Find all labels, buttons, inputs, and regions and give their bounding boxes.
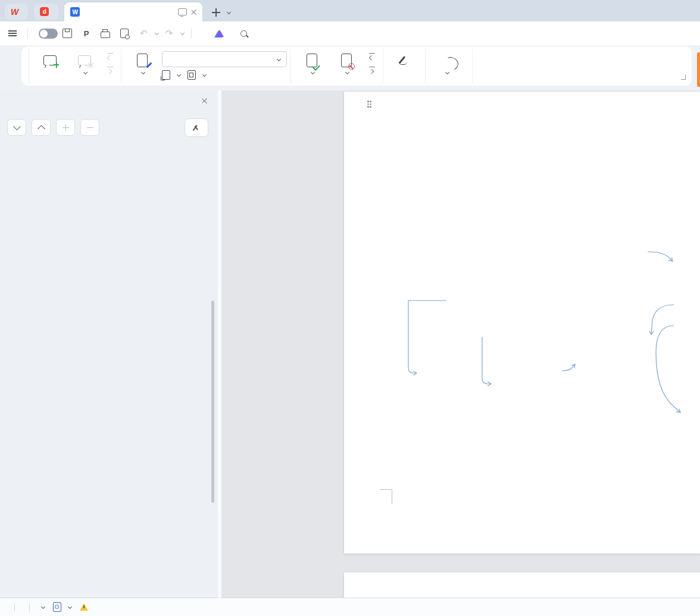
print-preview-icon — [120, 29, 129, 38]
chevron-down-icon — [13, 123, 21, 130]
docer-logo-icon: d — [40, 7, 49, 16]
toc-toolbar — [0, 113, 218, 142]
undo-button[interactable]: ↶ — [136, 26, 151, 40]
delete-comment-button[interactable] — [67, 50, 102, 76]
warning-icon — [80, 604, 88, 611]
pen-icon — [399, 55, 410, 65]
prev-change-icon — [369, 55, 374, 60]
accept-check-icon — [307, 54, 317, 67]
caret-icon — [83, 70, 88, 75]
reject-button[interactable] — [329, 50, 364, 76]
tab-document[interactable]: W — [64, 2, 202, 21]
caret-icon — [141, 70, 146, 75]
toolbar-more-caret-icon[interactable] — [180, 31, 185, 36]
menu-bar: P ↶ ↷ — [0, 21, 700, 45]
margin-corner-mark — [380, 489, 392, 504]
close-sidebar-icon[interactable] — [201, 98, 207, 104]
ai-proofread-status[interactable] — [53, 602, 73, 612]
new-tab-button[interactable] — [212, 8, 220, 17]
brush-button[interactable] — [387, 50, 421, 71]
tab-wps-office[interactable]: W — [5, 4, 28, 20]
prev-comment-icon — [107, 55, 112, 60]
print-button[interactable] — [98, 26, 113, 40]
show-markup-icon — [162, 70, 170, 80]
translate-button[interactable] — [429, 50, 464, 76]
wps-ai-button[interactable] — [215, 30, 227, 37]
spell-check-status[interactable] — [37, 605, 46, 609]
print-preview-button[interactable] — [117, 26, 132, 40]
collapse-all-button[interactable] — [7, 119, 26, 136]
er-connectors — [381, 218, 700, 461]
document-page[interactable] — [344, 92, 700, 554]
redo-button[interactable]: ↷ — [161, 26, 177, 40]
insert-comment-button[interactable] — [33, 50, 67, 71]
navigation-sidebar — [0, 90, 221, 598]
sidebar-scrollbar[interactable] — [211, 301, 214, 503]
caret-icon — [345, 70, 350, 75]
tab-docer-templates[interactable]: d — [34, 4, 58, 20]
word-doc-icon: W — [70, 7, 80, 17]
next-change-icon — [369, 68, 374, 73]
divider — [29, 604, 30, 611]
side-panel-indicator[interactable] — [697, 52, 700, 87]
tab-list-caret-icon[interactable] — [227, 10, 232, 15]
ribbon — [0, 45, 700, 90]
autosave-toggle[interactable] — [39, 29, 58, 39]
wps-logo-icon: W — [11, 7, 18, 17]
caret-icon — [202, 73, 207, 77]
ribbon-panel — [21, 46, 692, 86]
status-bar — [0, 598, 700, 616]
missing-font-warning[interactable] — [80, 604, 90, 611]
previous-change-button[interactable] — [365, 52, 378, 62]
hamburger-icon[interactable] — [8, 30, 17, 36]
previous-comment-button[interactable] — [103, 52, 116, 62]
comment-plus-icon — [43, 55, 57, 65]
title-bar: W d W — [0, 0, 700, 21]
comment-nav — [103, 52, 116, 76]
caret-icon — [177, 73, 182, 77]
export-pdf-button[interactable]: P — [79, 26, 94, 40]
next-comment-button[interactable] — [103, 65, 116, 76]
show-markup-button[interactable] — [162, 70, 182, 80]
drag-handle-icon[interactable] — [367, 101, 372, 109]
caret-icon — [277, 57, 282, 62]
ribbon-group-tracking — [121, 49, 291, 83]
plus-icon — [62, 124, 69, 131]
divider — [191, 29, 192, 38]
caret-icon — [311, 70, 315, 75]
track-changes-button[interactable] — [125, 50, 160, 76]
monitor-icon[interactable] — [178, 8, 187, 15]
divider — [14, 604, 15, 611]
ai-toc-icon — [191, 124, 199, 132]
next-change-button[interactable] — [365, 65, 378, 76]
ribbon-expand-icon[interactable] — [681, 75, 686, 80]
ribbon-group-proofing — [21, 49, 29, 83]
ribbon-group-accept-reject — [291, 49, 383, 83]
divider — [27, 29, 28, 38]
review-pane-icon — [188, 70, 196, 80]
save-button[interactable] — [60, 26, 75, 40]
minus-icon — [87, 124, 93, 131]
undo-caret-icon[interactable] — [155, 31, 160, 36]
change-nav — [365, 52, 378, 76]
markup-state-dropdown[interactable] — [162, 51, 287, 67]
revise-icon — [137, 54, 148, 67]
next-page[interactable] — [344, 573, 700, 598]
ribbon-group-translate — [426, 49, 473, 83]
ai-recognize-toc-button[interactable] — [185, 118, 208, 137]
ai-proofread-icon — [53, 602, 61, 612]
search-icon[interactable] — [240, 30, 247, 37]
zoom-in-button[interactable] — [56, 119, 75, 136]
expand-all-button[interactable] — [32, 119, 51, 136]
caret-icon — [445, 70, 450, 75]
er-diagram — [381, 218, 700, 461]
pdf-icon: P — [84, 29, 89, 38]
document-area[interactable] — [221, 90, 700, 598]
accept-button[interactable] — [295, 50, 329, 76]
comment-delete-icon — [78, 55, 91, 65]
printer-icon — [101, 32, 110, 38]
chevron-up-icon — [38, 125, 45, 133]
review-pane-button[interactable] — [188, 70, 207, 80]
zoom-out-button[interactable] — [80, 119, 99, 136]
close-tab-icon[interactable] — [190, 9, 196, 15]
